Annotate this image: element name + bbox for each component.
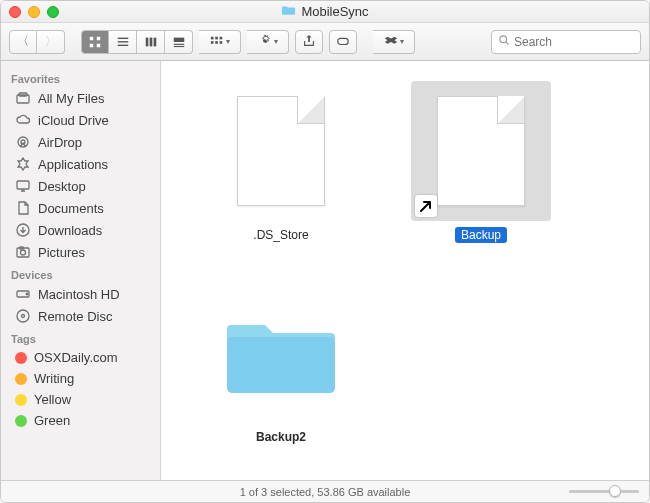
sidebar-item-label: Yellow [34, 392, 71, 407]
sidebar-header-devices: Devices [1, 263, 160, 283]
arrange-group: ▾ [199, 30, 241, 54]
sidebar-item-all-my-files[interactable]: All My Files [1, 87, 160, 109]
svg-rect-1 [97, 36, 101, 40]
disc-icon [15, 308, 31, 324]
traffic-lights [9, 6, 59, 18]
maximize-button[interactable] [47, 6, 59, 18]
all-my-files-icon [15, 90, 31, 106]
sidebar-item-documents[interactable]: Documents [1, 197, 160, 219]
content-area[interactable]: .DS_Store Backup [161, 61, 649, 480]
sidebar-item-airdrop[interactable]: AirDrop [1, 131, 160, 153]
documents-icon [15, 200, 31, 216]
sidebar-item-label: Desktop [38, 179, 86, 194]
file-label: Backup [455, 227, 507, 243]
icloud-icon [15, 112, 31, 128]
sidebar-item-label: Macintosh HD [38, 287, 120, 302]
file-label: .DS_Store [247, 227, 314, 243]
svg-rect-14 [215, 36, 218, 39]
sidebar-item-tag[interactable]: Writing [1, 368, 160, 389]
sidebar-item-tag[interactable]: OSXDaily.com [1, 347, 160, 368]
alias-arrow-icon [415, 195, 437, 217]
search-input[interactable] [514, 35, 650, 49]
file-item[interactable]: Backup [401, 81, 561, 243]
column-view-button[interactable] [137, 30, 165, 54]
downloads-icon [15, 222, 31, 238]
sidebar-item-applications[interactable]: Applications [1, 153, 160, 175]
list-view-button[interactable] [109, 30, 137, 54]
share-icon [302, 34, 316, 50]
pictures-icon [15, 244, 31, 260]
svg-rect-10 [173, 37, 184, 41]
sidebar-item-label: AirDrop [38, 135, 82, 150]
svg-rect-2 [90, 43, 94, 47]
window-title: MobileSync [1, 4, 649, 19]
finder-window: MobileSync 〈 〉 ▾ [0, 0, 650, 503]
folder-icon [281, 4, 296, 19]
svg-point-34 [17, 310, 29, 322]
arrange-button[interactable]: ▾ [199, 30, 241, 54]
action-button[interactable]: ▾ [247, 30, 289, 54]
search-icon [498, 34, 510, 49]
svg-rect-17 [215, 41, 218, 44]
sidebar-item-macintosh-hd[interactable]: Macintosh HD [1, 283, 160, 305]
action-group: ▾ [247, 30, 289, 54]
folder-item[interactable]: Backup2 [201, 283, 361, 445]
sidebar-item-label: Writing [34, 371, 74, 386]
status-bar: 1 of 3 selected, 53.86 GB available [1, 480, 649, 502]
svg-line-22 [506, 42, 508, 44]
sidebar-item-label: Applications [38, 157, 108, 172]
svg-rect-27 [17, 181, 29, 189]
titlebar: MobileSync [1, 1, 649, 23]
sidebar-item-label: iCloud Drive [38, 113, 109, 128]
sidebar-item-pictures[interactable]: Pictures [1, 241, 160, 263]
view-buttons [81, 30, 193, 54]
toolbar: 〈 〉 ▾ [1, 23, 649, 61]
tags-button[interactable] [329, 30, 357, 54]
forward-button[interactable]: 〉 [37, 30, 65, 54]
back-button[interactable]: 〈 [9, 30, 37, 54]
search-field[interactable] [491, 30, 641, 54]
svg-rect-18 [219, 41, 222, 44]
icon-view-button[interactable] [81, 30, 109, 54]
svg-rect-16 [210, 41, 213, 44]
sidebar-item-icloud[interactable]: iCloud Drive [1, 109, 160, 131]
svg-rect-4 [117, 37, 128, 38]
tag-dot-icon [15, 415, 27, 427]
slider-knob[interactable] [609, 485, 621, 497]
minimize-button[interactable] [28, 6, 40, 18]
sidebar-item-tag[interactable]: Green [1, 410, 160, 431]
status-text: 1 of 3 selected, 53.86 GB available [240, 486, 411, 498]
hdd-icon [15, 286, 31, 302]
sidebar-item-label: Pictures [38, 245, 85, 260]
coverflow-view-button[interactable] [165, 30, 193, 54]
body: Favorites All My Files iCloud Drive AirD… [1, 61, 649, 480]
file-thumb [411, 81, 551, 221]
svg-rect-12 [173, 45, 184, 46]
tag-dot-icon [15, 373, 27, 385]
sidebar-header-favorites: Favorites [1, 67, 160, 87]
folder-label: Backup2 [250, 429, 312, 445]
sidebar-item-downloads[interactable]: Downloads [1, 219, 160, 241]
dropbox-button[interactable]: ▾ [373, 30, 415, 54]
sidebar-item-label: OSXDaily.com [34, 350, 118, 365]
svg-rect-36 [227, 337, 335, 393]
sidebar-item-remote-disc[interactable]: Remote Disc [1, 305, 160, 327]
dropbox-icon [384, 34, 398, 50]
share-button[interactable] [295, 30, 323, 54]
window-title-text: MobileSync [301, 4, 368, 19]
svg-rect-8 [149, 37, 152, 46]
svg-rect-0 [90, 36, 94, 40]
svg-rect-11 [173, 43, 184, 44]
airdrop-icon [15, 134, 31, 150]
svg-rect-3 [97, 43, 101, 47]
sidebar-item-label: Documents [38, 201, 104, 216]
svg-rect-13 [210, 36, 213, 39]
zoom-slider[interactable] [569, 490, 639, 493]
svg-rect-5 [117, 41, 128, 42]
sidebar-item-tag[interactable]: Yellow [1, 389, 160, 410]
close-button[interactable] [9, 6, 21, 18]
sidebar-item-desktop[interactable]: Desktop [1, 175, 160, 197]
file-item[interactable]: .DS_Store [201, 81, 361, 243]
sidebar: Favorites All My Files iCloud Drive AirD… [1, 61, 161, 480]
nav-buttons: 〈 〉 [9, 30, 65, 54]
